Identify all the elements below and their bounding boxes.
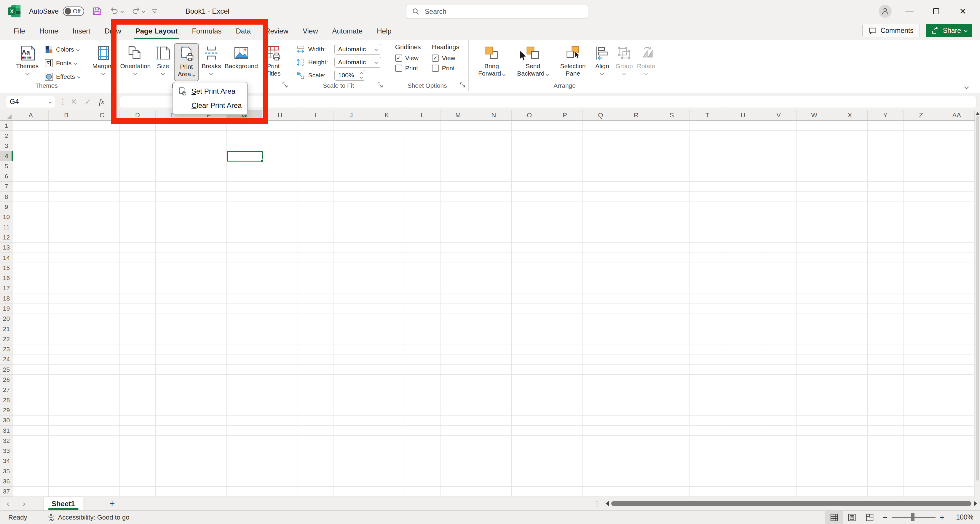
tab-file[interactable]: File — [6, 22, 32, 40]
cell-F4[interactable] — [191, 151, 227, 161]
cell-K7[interactable] — [369, 182, 405, 192]
cell-V35[interactable] — [761, 466, 797, 476]
cell-J32[interactable] — [334, 436, 369, 446]
cell-AA24[interactable] — [939, 354, 975, 365]
breaks-button[interactable]: Breaks — [201, 43, 222, 81]
cell-S23[interactable] — [654, 345, 690, 354]
cell-P15[interactable] — [547, 263, 583, 273]
cell-R27[interactable] — [618, 385, 654, 395]
cell-I6[interactable] — [298, 171, 334, 181]
cell-W11[interactable] — [797, 222, 832, 232]
tab-home[interactable]: Home — [32, 22, 65, 40]
cell-T9[interactable] — [690, 202, 725, 212]
cell-Y1[interactable] — [868, 121, 903, 131]
cell-K8[interactable] — [369, 192, 405, 202]
cell-V18[interactable] — [761, 294, 797, 303]
cell-D7[interactable] — [120, 182, 155, 192]
cell-X30[interactable] — [832, 416, 868, 426]
cell-L21[interactable] — [405, 324, 441, 334]
cell-E27[interactable] — [156, 385, 191, 395]
cell-R6[interactable] — [618, 171, 654, 181]
cell-J12[interactable] — [334, 232, 369, 243]
cell-T3[interactable] — [690, 141, 725, 151]
cell-M26[interactable] — [441, 375, 476, 385]
height-select[interactable]: Automatic — [334, 57, 381, 68]
cell-O14[interactable] — [512, 253, 547, 263]
cell-D6[interactable] — [120, 171, 155, 181]
cell-L3[interactable] — [405, 141, 441, 151]
cell-Q11[interactable] — [583, 222, 618, 232]
cell-O5[interactable] — [512, 161, 547, 171]
cell-T34[interactable] — [690, 456, 725, 466]
cell-A35[interactable] — [13, 466, 49, 476]
cell-J14[interactable] — [334, 253, 369, 263]
cell-X13[interactable] — [832, 243, 868, 253]
cell-U1[interactable] — [725, 121, 761, 131]
cell-T14[interactable] — [690, 253, 725, 263]
undo-button[interactable] — [110, 6, 123, 16]
cell-S17[interactable] — [654, 283, 690, 294]
cell-H4[interactable] — [262, 151, 298, 161]
cell-B29[interactable] — [49, 405, 84, 415]
cell-W28[interactable] — [797, 395, 832, 405]
cell-L24[interactable] — [405, 354, 441, 365]
cell-E36[interactable] — [156, 476, 191, 486]
cell-P6[interactable] — [547, 171, 583, 181]
cell-Z34[interactable] — [904, 456, 939, 466]
cell-V7[interactable] — [761, 182, 797, 192]
cell-X25[interactable] — [832, 365, 868, 375]
cell-G14[interactable] — [227, 253, 262, 263]
cell-Z10[interactable] — [904, 212, 939, 222]
row-header-3[interactable]: 3 — [0, 141, 13, 151]
cell-J33[interactable] — [334, 446, 369, 456]
cell-J23[interactable] — [334, 345, 369, 354]
cell-Y17[interactable] — [868, 283, 903, 294]
cell-G35[interactable] — [227, 466, 262, 476]
cell-A20[interactable] — [13, 314, 49, 324]
cell-J36[interactable] — [334, 476, 369, 486]
cell-C36[interactable] — [84, 476, 120, 486]
cell-B37[interactable] — [49, 487, 84, 497]
cell-B14[interactable] — [49, 253, 84, 263]
cell-F16[interactable] — [191, 273, 227, 283]
cell-B20[interactable] — [49, 314, 84, 324]
column-header-J[interactable]: J — [334, 110, 369, 120]
cell-D2[interactable] — [120, 131, 155, 141]
cell-R33[interactable] — [618, 446, 654, 456]
cell-T32[interactable] — [690, 436, 725, 446]
cell-K34[interactable] — [369, 456, 405, 466]
gridlines-print-checkbox[interactable]: Print — [395, 65, 418, 72]
cell-T18[interactable] — [690, 294, 725, 303]
cell-W2[interactable] — [797, 131, 832, 141]
cell-I12[interactable] — [298, 232, 334, 243]
cell-N7[interactable] — [476, 182, 512, 192]
select-all-corner[interactable] — [0, 110, 13, 120]
cell-P28[interactable] — [547, 395, 583, 405]
cell-Q20[interactable] — [583, 314, 618, 324]
cell-D36[interactable] — [120, 476, 155, 486]
cell-AA25[interactable] — [939, 365, 975, 375]
cell-AA31[interactable] — [939, 426, 975, 436]
cell-M6[interactable] — [441, 171, 476, 181]
cell-T20[interactable] — [690, 314, 725, 324]
cell-D31[interactable] — [120, 426, 155, 436]
cell-F36[interactable] — [191, 476, 227, 486]
row-header-13[interactable]: 13 — [0, 243, 13, 253]
cell-C11[interactable] — [84, 222, 120, 232]
cell-M11[interactable] — [441, 222, 476, 232]
cell-R12[interactable] — [618, 232, 654, 243]
cell-W12[interactable] — [797, 232, 832, 243]
row-header-14[interactable]: 14 — [0, 253, 13, 263]
cell-Y30[interactable] — [868, 416, 903, 426]
cell-V11[interactable] — [761, 222, 797, 232]
cell-I21[interactable] — [298, 324, 334, 334]
cell-X19[interactable] — [832, 303, 868, 314]
cell-Z33[interactable] — [904, 446, 939, 456]
cell-X34[interactable] — [832, 456, 868, 466]
redo-button[interactable] — [131, 6, 145, 16]
cell-T13[interactable] — [690, 243, 725, 253]
cell-Q26[interactable] — [583, 375, 618, 385]
cell-P36[interactable] — [547, 476, 583, 486]
cell-Y34[interactable] — [868, 456, 903, 466]
cell-A2[interactable] — [13, 131, 49, 141]
